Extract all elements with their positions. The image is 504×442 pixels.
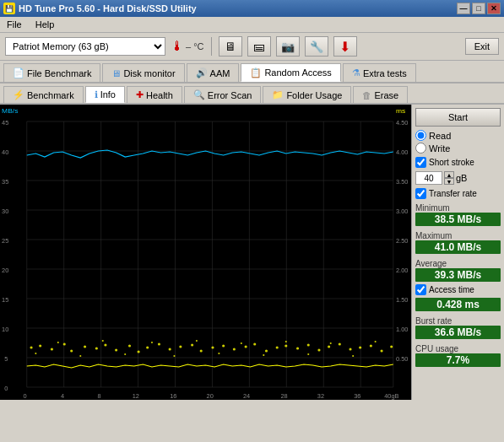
- start-button[interactable]: Start: [415, 108, 501, 127]
- svg-text:12: 12: [133, 392, 139, 400]
- average-value: 39.3 MB/s: [415, 268, 501, 282]
- transfer-rate-row: Transfer rate: [415, 188, 501, 199]
- download-button[interactable]: ⬇: [333, 36, 357, 57]
- svg-point-81: [317, 349, 320, 352]
- tab-error-scan[interactable]: 🔍 Error Scan: [184, 86, 262, 103]
- svg-text:1.50: 1.50: [396, 296, 408, 304]
- random-access-icon: 📋: [250, 67, 262, 78]
- svg-text:40gB: 40gB: [384, 392, 398, 400]
- svg-point-60: [95, 348, 98, 350]
- cpu-usage-section: CPU usage 7.7%: [415, 342, 501, 367]
- monitor-icon: 🖥: [111, 68, 121, 78]
- svg-point-90: [57, 342, 59, 343]
- tab-extra-tests[interactable]: ⚗ Extra tests: [343, 63, 416, 82]
- svg-point-82: [328, 346, 330, 348]
- spinbox-row: ▲ ▼ gB: [415, 171, 501, 185]
- svg-point-93: [124, 353, 126, 355]
- svg-point-66: [158, 343, 160, 346]
- tab-benchmark[interactable]: ⚡ Benchmark: [3, 86, 84, 103]
- hdd-button-1[interactable]: 🖥: [219, 36, 242, 57]
- write-radio[interactable]: [415, 143, 426, 154]
- svg-point-80: [307, 344, 310, 347]
- exit-button[interactable]: Exit: [465, 38, 499, 55]
- svg-point-63: [128, 345, 131, 348]
- minimize-button[interactable]: —: [457, 3, 470, 14]
- spin-up-button[interactable]: ▲: [444, 171, 454, 178]
- short-stroke-checkbox[interactable]: [415, 157, 426, 168]
- svg-text:0: 0: [4, 385, 8, 392]
- svg-point-65: [146, 347, 149, 349]
- svg-text:10: 10: [2, 326, 8, 333]
- access-time-section: 0.428 ms: [415, 298, 501, 311]
- close-button[interactable]: ✕: [487, 3, 501, 14]
- extra-tests-icon: ⚗: [352, 67, 360, 78]
- benchmark-chart: MB/s 45 40 35 30 25 20 15 10 5 0 ms 4.50…: [0, 105, 411, 400]
- svg-text:16: 16: [170, 392, 176, 400]
- svg-point-78: [285, 345, 287, 348]
- svg-point-68: [179, 346, 182, 348]
- svg-text:35: 35: [2, 178, 8, 186]
- svg-point-87: [380, 350, 382, 353]
- svg-point-70: [200, 350, 203, 353]
- tab-disk-monitor[interactable]: 🖥 Disk monitor: [102, 63, 184, 82]
- screenshot-button[interactable]: 📷: [276, 36, 300, 57]
- svg-point-75: [253, 343, 256, 346]
- access-time-checkbox[interactable]: [415, 284, 426, 295]
- benchmark-icon: ⚡: [13, 89, 24, 100]
- tab-folder-usage[interactable]: 📁 Folder Usage: [263, 86, 351, 103]
- svg-text:5: 5: [4, 355, 8, 363]
- svg-text:30: 30: [2, 208, 8, 215]
- short-stroke-spinbox[interactable]: [415, 171, 442, 185]
- svg-point-95: [173, 355, 175, 357]
- svg-point-88: [390, 346, 393, 348]
- svg-point-76: [265, 350, 268, 353]
- read-radio[interactable]: [415, 130, 426, 141]
- minimum-value: 38.5 MB/s: [415, 213, 501, 226]
- maximum-label: Maximum: [415, 231, 501, 240]
- drive-select[interactable]: Patriot Memory (63 gB): [5, 37, 165, 56]
- svg-point-91: [79, 355, 81, 357]
- svg-text:36: 36: [354, 392, 360, 400]
- spin-down-button[interactable]: ▼: [444, 178, 454, 185]
- write-radio-label[interactable]: Write: [415, 143, 501, 154]
- info-icon: ℹ: [95, 89, 98, 100]
- erase-icon: 🗑: [362, 90, 371, 100]
- maximize-button[interactable]: □: [472, 3, 485, 14]
- access-time-checkbox-row: Access time: [415, 284, 501, 295]
- main-content: MB/s 45 40 35 30 25 20 15 10 5 0 ms 4.50…: [0, 105, 504, 400]
- cpu-usage-value: 7.7%: [415, 353, 501, 367]
- tabs-row-1: 📄 File Benchmark 🖥 Disk monitor 🔊 AAM 📋 …: [0, 61, 504, 84]
- svg-text:3.00: 3.00: [396, 208, 408, 215]
- tab-file-benchmark[interactable]: 📄 File Benchmark: [3, 63, 100, 82]
- tab-erase[interactable]: 🗑 Erase: [353, 86, 408, 103]
- read-radio-label[interactable]: Read: [415, 130, 501, 141]
- svg-text:0: 0: [24, 392, 27, 400]
- cpu-usage-label: CPU usage: [415, 344, 501, 353]
- title-bar: 💾 HD Tune Pro 5.60 - Hard Disk/SSD Utili…: [0, 0, 504, 17]
- tab-info[interactable]: ℹ Info: [85, 86, 125, 103]
- hdd-button-2[interactable]: 🖴: [247, 36, 271, 57]
- svg-text:24: 24: [243, 392, 250, 400]
- svg-text:ms: ms: [396, 107, 405, 115]
- svg-text:45: 45: [2, 119, 8, 127]
- svg-text:25: 25: [2, 237, 8, 245]
- svg-point-61: [104, 344, 106, 347]
- aam-icon: 🔊: [196, 67, 208, 78]
- svg-point-57: [63, 343, 66, 346]
- svg-text:4.00: 4.00: [396, 148, 408, 156]
- menu-help[interactable]: Help: [32, 19, 58, 30]
- svg-point-89: [35, 353, 36, 354]
- svg-point-83: [339, 343, 341, 346]
- svg-point-97: [218, 353, 219, 354]
- tab-health[interactable]: ✚ Health: [127, 86, 182, 103]
- tab-random-access[interactable]: 📋 Random Access: [241, 63, 340, 82]
- menu-file[interactable]: File: [3, 19, 25, 30]
- transfer-rate-checkbox[interactable]: [415, 188, 426, 199]
- svg-text:3.50: 3.50: [396, 178, 408, 186]
- svg-point-85: [359, 347, 361, 349]
- wrench-button[interactable]: 🔧: [305, 36, 328, 57]
- right-panel: Start Read Write Short stroke ▲ ▼ gB: [411, 105, 504, 400]
- svg-text:20: 20: [207, 392, 214, 400]
- tab-aam[interactable]: 🔊 AAM: [187, 63, 240, 82]
- window-controls: — □ ✕: [457, 3, 501, 14]
